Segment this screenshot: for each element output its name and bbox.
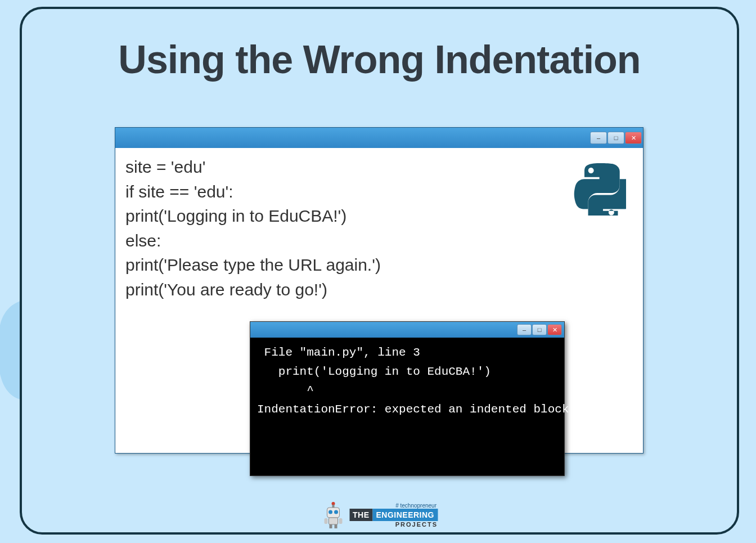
page-title: Using the Wrong Indentation	[22, 37, 737, 82]
svg-rect-8	[329, 524, 332, 528]
console-minimize-button[interactable]: –	[517, 324, 532, 335]
projects-label: PROJECTS	[349, 521, 438, 528]
logo-main: THE ENGINEERING	[349, 509, 438, 521]
main-content-frame: Using the Wrong Indentation – □ ✕ site =…	[20, 7, 739, 535]
footer-logo: # technopreneur THE ENGINEERING PROJECTS	[321, 501, 438, 528]
robot-icon	[321, 501, 345, 528]
code-line: print('Logging in to EduCBA!')	[125, 204, 633, 228]
code-content: site = 'edu' if site == 'edu': print('Lo…	[115, 148, 643, 308]
svg-point-4	[334, 510, 338, 514]
console-output: File "main.py", line 3 print('Logging in…	[250, 338, 564, 424]
console-maximize-button[interactable]: □	[532, 324, 547, 335]
console-window-controls: – □ ✕	[517, 324, 562, 335]
console-close-button[interactable]: ✕	[547, 324, 562, 335]
svg-rect-6	[324, 518, 327, 524]
minimize-button[interactable]: –	[590, 132, 607, 144]
the-label: THE	[349, 509, 373, 521]
logo-text-block: # technopreneur THE ENGINEERING PROJECTS	[349, 502, 438, 528]
svg-rect-1	[332, 505, 334, 508]
maximize-button[interactable]: □	[608, 132, 624, 144]
console-window: – □ ✕ File "main.py", line 3 print('Logg…	[250, 321, 565, 476]
close-button[interactable]: ✕	[625, 132, 642, 144]
code-line: site = 'edu'	[125, 155, 633, 179]
code-line: else:	[125, 228, 633, 253]
svg-rect-9	[334, 524, 337, 528]
window-controls: – □ ✕	[590, 132, 642, 144]
svg-rect-7	[339, 518, 342, 524]
svg-point-3	[328, 510, 332, 514]
python-logo-icon	[573, 162, 626, 216]
engineering-label: ENGINEERING	[372, 509, 438, 521]
window-titlebar: – □ ✕	[115, 128, 643, 148]
code-line: print('You are ready to go!')	[125, 277, 633, 302]
svg-rect-5	[328, 518, 338, 524]
console-titlebar: – □ ✕	[250, 322, 564, 338]
hashtag-text: # technopreneur	[349, 502, 436, 509]
code-line: if site == 'edu':	[125, 179, 633, 204]
code-line: print('Please type the URL again.')	[125, 253, 633, 277]
